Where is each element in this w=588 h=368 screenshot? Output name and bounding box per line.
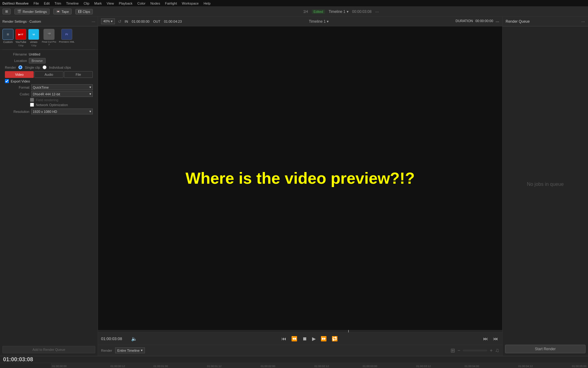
chevron-down-icon: ▾: [89, 92, 91, 96]
zoom-out-icon[interactable]: −: [458, 348, 460, 353]
clips-btn[interactable]: 🎞 Clips: [75, 9, 93, 14]
ruler-mark-5: 01:00:02:12: [314, 365, 329, 368]
menu-help[interactable]: Help: [204, 2, 211, 5]
music-icon[interactable]: ♫: [495, 347, 499, 354]
start-render-button[interactable]: Start Render: [505, 345, 586, 353]
codec-select[interactable]: DNxHR 444 12-bit ▾: [31, 91, 93, 97]
network-optimization-row: Network Optimization: [30, 103, 95, 107]
go-to-start-button[interactable]: ⏮: [280, 335, 288, 342]
browse-button[interactable]: Browse: [29, 58, 46, 63]
go-to-end-button[interactable]: ⏭: [482, 335, 489, 342]
export-video-label: Export Video: [11, 79, 30, 83]
menu-playback[interactable]: Playback: [119, 2, 133, 5]
menu-fairlight[interactable]: Fairlight: [165, 2, 177, 5]
filename-row: Filename Untitled: [2, 52, 95, 56]
menu-trim[interactable]: Trim: [55, 2, 61, 5]
render-range-select[interactable]: Entire Timeline ▾: [115, 347, 145, 353]
codec-row: Codec DNxHR 444 12-bit ▾: [5, 91, 93, 97]
menu-color[interactable]: Color: [138, 2, 145, 5]
ruler-mark-1: 01:00:00:12: [111, 365, 125, 368]
preset-vimeo[interactable]: Vi vimeo 720p: [28, 29, 39, 47]
preview-timecodes: IN 01:00:00:00 OUT 01:00:04:23: [125, 20, 182, 23]
mark-end-button[interactable]: ⏮: [492, 335, 499, 342]
toolbar-timeline[interactable]: Timeline 1 ▾: [329, 10, 349, 14]
preview-duration: DURATION 00:00:00:00 ···: [456, 19, 499, 24]
preview-scrubbar[interactable]: [98, 330, 502, 332]
ruler-mark-9: 01:00:04:12: [518, 365, 533, 368]
menu-edit[interactable]: Edit: [44, 2, 50, 5]
individual-clips-label: Individual clips: [49, 66, 71, 69]
export-video-checkbox[interactable]: [5, 79, 9, 83]
format-row: Format QuickTime ▾: [5, 84, 93, 90]
individual-clips-radio[interactable]: [43, 65, 47, 69]
tab-video[interactable]: Video: [5, 71, 34, 78]
single-clip-radio[interactable]: [18, 65, 22, 69]
stop-button[interactable]: ⏹: [301, 335, 308, 342]
scrubbar-position: [348, 330, 349, 332]
menu-nodes[interactable]: Nodes: [150, 2, 160, 5]
panel-header: Render Settings · Custom ···: [0, 17, 98, 26]
tape-btn[interactable]: 📼 Tape: [53, 9, 72, 14]
preview-question-text: Where is the video preview?!?: [186, 169, 415, 187]
left-panel: Render Settings · Custom ··· ⊞ Custom ▶Y…: [0, 17, 98, 356]
render-queue-options-icon[interactable]: ···: [581, 19, 585, 24]
ruler-mark-4: 01:00:02:00: [261, 365, 275, 368]
menu-mark[interactable]: Mark: [94, 2, 102, 5]
resolve-icon: ⊞: [5, 10, 8, 13]
preset-finalcut[interactable]: 🎬 Final Cut Pro 7: [41, 29, 57, 47]
toolbar-center: 1H Edited Timeline 1 ▾ 00:00:03:08 ···: [96, 9, 586, 14]
refresh-icon[interactable]: ↺: [118, 19, 122, 24]
preset-premiere[interactable]: Pr Premiere XML: [59, 29, 75, 47]
format-select[interactable]: QuickTime ▾: [31, 84, 93, 90]
loop-button[interactable]: 🔁: [330, 335, 339, 342]
resolution-label: Resolution: [5, 110, 29, 113]
settings-section: Filename Untitled Location Browse Render…: [0, 50, 98, 343]
track-headers: V4 □ Video 4 1 Clip V3 □ Video 3 1 Clip …: [0, 363, 51, 368]
timeline-ruler: 01:00:00:00 01:00:00:12 01:00:01:00 01:0…: [51, 363, 588, 368]
preset-youtube1[interactable]: ▶YT YouTube 720p: [15, 29, 26, 47]
resolution-select[interactable]: 1920 x 1080 HD ▾: [31, 109, 93, 114]
duration-value: 00:00:00:00: [475, 19, 493, 24]
main-area: Render Settings · Custom ··· ⊞ Custom ▶Y…: [0, 17, 588, 356]
tab-audio[interactable]: Audio: [34, 71, 63, 78]
timeline-timecode: 01:00:03:08: [3, 356, 40, 363]
preview-main: Where is the video preview?!?: [98, 26, 502, 330]
menu-workspace[interactable]: Workspace: [182, 2, 199, 5]
preset-premiere-label: Premiere XML: [59, 40, 75, 43]
location-label: Location: [2, 59, 27, 63]
toolbar: ⊞ 🎬 Render Settings 📼 Tape 🎞 Clips 1H Ed…: [0, 7, 588, 17]
in-label: IN: [125, 20, 128, 23]
network-optimization-checkbox[interactable]: [30, 103, 34, 107]
grid-icon[interactable]: ⊞: [450, 347, 455, 354]
preview-header: 40% ▾ ↺ IN 01:00:00:00 OUT 01:00:04:23 T…: [98, 17, 502, 26]
menu-view[interactable]: View: [107, 2, 114, 5]
menu-file[interactable]: File: [33, 2, 39, 5]
step-back-button[interactable]: ⏪: [290, 335, 299, 342]
zoom-select[interactable]: 40% ▾: [101, 18, 115, 24]
preview-controls: 01:00:03:08 🔈 ⏮ ⏪ ⏹ ▶ ⏩ 🔁 ⏭ ⏮: [98, 332, 502, 345]
zoom-slider[interactable]: [463, 350, 487, 351]
play-button[interactable]: ▶: [311, 335, 317, 342]
add-to-render-queue-button[interactable]: Add to Render Queue: [2, 346, 95, 353]
preview-timeline-label[interactable]: Timeline 1 ▾: [185, 19, 453, 24]
format-label: Format: [5, 86, 29, 89]
preset-custom[interactable]: ⊞ Custom: [2, 29, 13, 47]
panel-options-icon[interactable]: ···: [92, 19, 95, 24]
preview-options-icon[interactable]: ···: [496, 19, 499, 24]
menu-timeline[interactable]: Timeline: [66, 2, 79, 5]
toolbar-timecode: 1H: [303, 10, 308, 14]
app-name: DaVinci Resolve: [2, 2, 28, 5]
render-settings-btn[interactable]: 🎬 Render Settings: [14, 9, 50, 14]
track-content-area: 01:00:00:00 01:00:00:12 01:00:01:00 01:0…: [51, 363, 588, 368]
tab-file[interactable]: File: [64, 71, 93, 78]
chevron-down-icon: ▾: [111, 19, 113, 23]
zoom-in-icon[interactable]: +: [490, 348, 492, 353]
volume-icon[interactable]: 🔈: [131, 336, 137, 342]
toolbar-options-icon[interactable]: ···: [375, 9, 379, 14]
no-jobs-label: No jobs in queue: [503, 26, 588, 342]
resolve-btn[interactable]: ⊞: [2, 9, 11, 14]
step-forward-button[interactable]: ⏩: [319, 335, 328, 342]
toolbar-timecode-right: 00:00:03:08: [352, 10, 371, 14]
field-rendering-row: Field rendering: [30, 98, 95, 102]
menu-clip[interactable]: Clip: [84, 2, 89, 5]
